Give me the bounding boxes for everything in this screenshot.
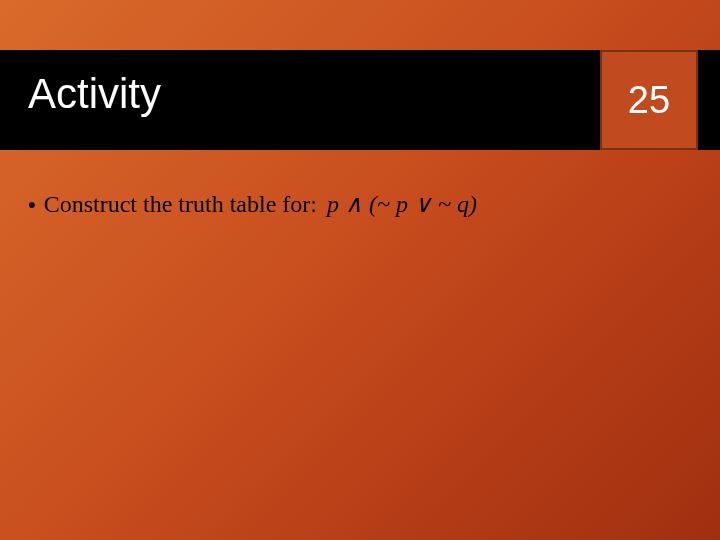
bullet-text: Construct the truth table for: (44, 191, 317, 218)
formula-text: p ∧ (~ p ∨ ~ q) (327, 190, 477, 218)
bullet-marker: • (28, 192, 36, 218)
bullet-item: • Construct the truth table for: p ∧ (~ … (28, 190, 477, 218)
slide-number-box: 25 (600, 50, 698, 150)
slide-title: Activity (28, 70, 161, 118)
slide-number: 25 (628, 79, 670, 122)
